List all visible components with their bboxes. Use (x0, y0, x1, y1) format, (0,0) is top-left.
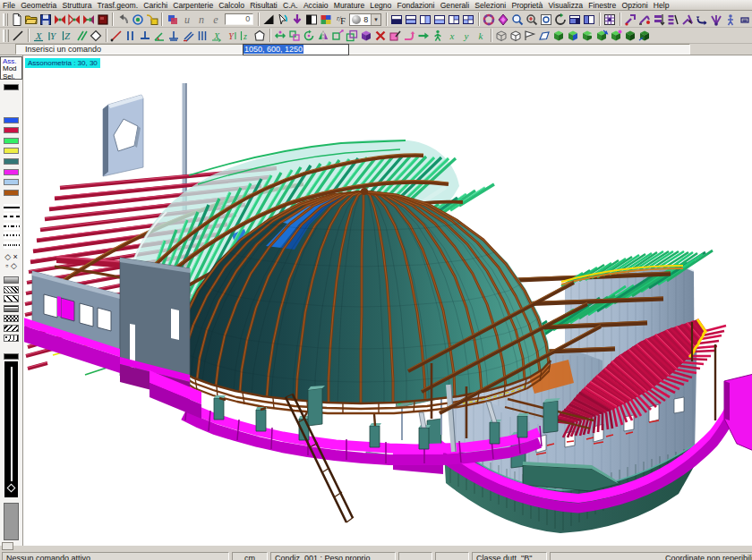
arrow-pink-button[interactable] (402, 28, 416, 43)
dim-y-button[interactable]: y (459, 28, 474, 43)
poly-diamond-button[interactable] (89, 28, 103, 43)
toolbar-grip[interactable] (3, 30, 9, 42)
node-glyph-e-button[interactable]: e (209, 12, 223, 27)
mode-box[interactable]: Ass.ModSel. (0, 56, 22, 80)
history-count-field[interactable]: 0 (225, 13, 254, 25)
menu-item-selezioni[interactable]: Selezioni (472, 0, 508, 11)
merge-structure-button[interactable] (81, 12, 96, 27)
perp-tool-button[interactable] (138, 28, 152, 43)
dim-k-button[interactable]: k (474, 28, 488, 43)
menu-item-legno[interactable]: Legno (367, 0, 394, 11)
solid-triangle-button[interactable] (261, 12, 276, 27)
palette-color-3[interactable] (4, 138, 19, 144)
align-tool-button[interactable] (181, 28, 195, 43)
menu-item-fondazioni[interactable]: Fondazioni (394, 0, 437, 11)
parallel-tool-button[interactable] (124, 28, 138, 43)
grid-window-button[interactable] (602, 12, 617, 27)
menu-item-ca[interactable]: C.A. (280, 0, 301, 11)
palette-marker-square-diamond[interactable]: ▫ ◇ (4, 262, 20, 270)
snap-palette-button[interactable] (166, 12, 180, 27)
palette-hatch-dots[interactable] (4, 335, 19, 342)
fan-tool-button[interactable] (709, 12, 723, 27)
solid-cube-cut-button[interactable] (580, 28, 594, 43)
zoom-window-button[interactable] (510, 12, 525, 27)
palette-marker-diamond-x[interactable]: ◇ × (4, 253, 20, 261)
menu-item-acciaio[interactable]: Acciaio (301, 0, 331, 11)
axis-z2-button[interactable]: z (238, 28, 252, 43)
model-canvas[interactable]: Assonometria : 30, 30 (24, 55, 752, 546)
rotate-nodes-button[interactable] (302, 28, 316, 43)
node-glyph-n-button[interactable]: n (194, 12, 209, 27)
arrow-green-button[interactable] (416, 28, 431, 43)
coord-y-button[interactable]: Y (46, 28, 60, 43)
cube-wireframe-button[interactable] (494, 28, 508, 43)
palette-color-2[interactable] (4, 127, 19, 133)
mirror-nodes-button[interactable] (316, 28, 330, 43)
face-flag-button[interactable] (523, 28, 537, 43)
paint-swirl-button[interactable] (680, 12, 695, 27)
save-file-button[interactable] (38, 12, 53, 27)
undo-view-button[interactable] (695, 12, 709, 27)
face-quad-button[interactable] (537, 28, 551, 43)
solid-cube-blue-button[interactable] (566, 28, 580, 43)
saved-view-panel-button[interactable] (582, 12, 596, 27)
scale-nodes-button[interactable] (345, 28, 359, 43)
shape-white-button[interactable] (252, 28, 267, 43)
assign-tool-4-button[interactable] (666, 12, 680, 27)
paint-pink-button[interactable] (388, 28, 402, 43)
parallel-green-button[interactable] (74, 28, 89, 43)
node-glyph-u-button[interactable]: u (180, 12, 194, 27)
draw-line-button[interactable] (11, 28, 25, 43)
combo-dropdown-arrow[interactable]: ▼ (371, 14, 380, 25)
assign-tool-1-button[interactable] (623, 12, 637, 27)
node-size-combo[interactable]: 8▼ (349, 13, 381, 26)
font-size-rf-button[interactable]: rF (333, 12, 347, 27)
view-four-panes-button[interactable] (461, 12, 475, 27)
dim-x-button[interactable]: x (445, 28, 459, 43)
palette-color-5[interactable] (4, 158, 19, 165)
assign-tool-2-button[interactable] (637, 12, 652, 27)
menu-item-propriet[interactable]: Proprietà (508, 0, 545, 11)
walk-figure-button[interactable] (431, 28, 445, 43)
light-tool-button[interactable] (496, 12, 510, 27)
copy-nodes-button[interactable] (287, 28, 302, 43)
run-macro-button[interactable] (145, 12, 159, 27)
palette-hatch-gray-bar[interactable] (4, 276, 19, 284)
palette-hatch-diag-back[interactable] (4, 325, 19, 332)
perp-ground-button[interactable] (167, 28, 181, 43)
ref-line-red-button[interactable] (109, 28, 124, 43)
render-ring-button[interactable] (482, 12, 496, 27)
palette-color-8[interactable] (4, 190, 19, 196)
move-nodes-button[interactable] (273, 28, 287, 43)
solid-cube-dark-button[interactable] (623, 28, 637, 43)
palette-linestyle-solid[interactable] (4, 204, 20, 211)
orbit-rotate-button[interactable] (553, 12, 568, 27)
zoom-dynamic-button[interactable] (525, 12, 539, 27)
solid-cube-arrow-button[interactable] (594, 28, 609, 43)
palette-color-7[interactable] (4, 179, 19, 185)
figure-tool-button[interactable] (723, 12, 738, 27)
palette-hatch-dense[interactable] (4, 305, 19, 312)
zoom-extents-button[interactable] (539, 12, 553, 27)
solid-cube-button[interactable] (551, 28, 566, 43)
palette-hatch-diag[interactable] (4, 286, 19, 293)
palette-black-swatch[interactable] (4, 353, 19, 360)
equal-box-button[interactable] (738, 12, 752, 27)
menu-item-struttura[interactable]: Struttura (59, 0, 94, 11)
slider-thumb[interactable] (7, 484, 16, 493)
palette-color-1[interactable] (4, 117, 19, 123)
view-single-button[interactable] (389, 12, 404, 27)
solid-cube-dark2-button[interactable] (637, 28, 652, 43)
open-folder-button[interactable] (24, 12, 38, 27)
palette-color-0[interactable] (4, 84, 19, 90)
menu-item-carpenterie[interactable]: Carpenterie (170, 0, 216, 11)
triple-lines-button[interactable] (195, 28, 209, 43)
palette-color-6[interactable] (4, 169, 19, 175)
palette-color-4[interactable] (4, 148, 19, 154)
menu-item-geometria[interactable]: Geometria (18, 0, 59, 11)
apply-down-button[interactable] (290, 12, 304, 27)
palette-hatch-checker[interactable] (4, 315, 19, 322)
command-prompt[interactable]: Inserisci un comando (15, 44, 690, 55)
material-archive-button[interactable] (96, 12, 110, 27)
coord-z-button[interactable]: Z (60, 28, 74, 43)
